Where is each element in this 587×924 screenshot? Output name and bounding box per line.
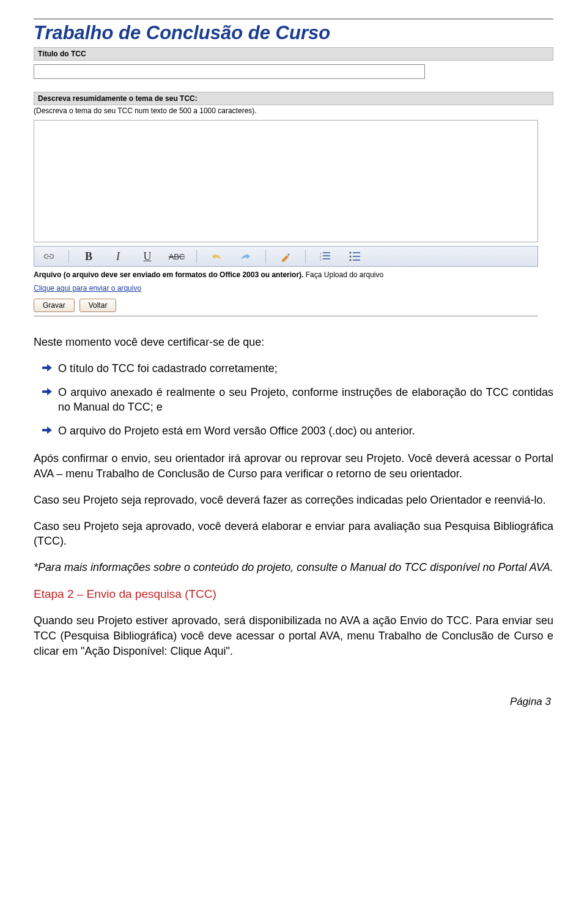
svg-text:3: 3	[320, 258, 322, 261]
intro-paragraph: Neste momento você deve certificar-se de…	[34, 335, 553, 350]
page-number: Página 3	[34, 670, 553, 709]
bold-button[interactable]: B	[74, 250, 103, 263]
descricao-label: Descreva resumidamente o tema de seu TCC…	[34, 92, 553, 105]
arrow-right-icon	[42, 387, 52, 396]
ordered-list-button[interactable]: 123	[311, 251, 340, 261]
list-item-text: O título do TCC foi cadastrado corretame…	[58, 362, 278, 374]
gravar-button[interactable]: Gravar	[34, 299, 75, 312]
arquivo-label: Arquivo (o arquivo deve ser enviado em f…	[34, 267, 553, 281]
link-icon[interactable]	[34, 253, 64, 259]
svg-rect-5	[323, 258, 330, 259]
list-item-text: O arquivo anexado é realmente o seu Proj…	[58, 386, 553, 414]
bullet-list: O título do TCC foi cadastrado corretame…	[34, 361, 553, 439]
strike-button[interactable]: ABC	[162, 252, 191, 261]
titulo-input[interactable]	[34, 64, 425, 79]
svg-point-7	[350, 256, 352, 258]
paragraph: Quando seu Projeto estiver aprovado, ser…	[34, 613, 553, 658]
redo-button[interactable]	[231, 252, 260, 261]
enviar-arquivo-link[interactable]: Clique aqui para enviar o arquivo	[34, 281, 141, 299]
list-item: O arquivo do Projeto está em Word versão…	[34, 423, 553, 439]
arquivo-bold: Arquivo (o arquivo deve ser enviado em f…	[34, 270, 303, 279]
svg-point-8	[350, 259, 352, 261]
svg-rect-3	[323, 252, 330, 253]
svg-rect-10	[353, 256, 360, 257]
svg-rect-11	[353, 259, 360, 261]
svg-rect-4	[323, 255, 330, 256]
arquivo-rest: Faça Upload do arquivo	[303, 270, 383, 279]
svg-point-6	[350, 252, 352, 254]
note-paragraph: *Para mais informações sobre o conteúdo …	[34, 560, 553, 575]
descricao-help: (Descreva o tema do seu TCC num texto de…	[34, 105, 553, 116]
paragraph: Caso seu Projeto seja reprovado, você de…	[34, 493, 553, 508]
body-text: Neste momento você deve certificar-se de…	[34, 335, 553, 709]
underline-button[interactable]: U	[133, 250, 162, 263]
page-title: Trabalho de Conclusão de Curso	[34, 20, 553, 45]
paint-button[interactable]	[271, 251, 300, 262]
form-panel: Trabalho de Conclusão de Curso Título do…	[34, 18, 553, 316]
list-item: O arquivo anexado é realmente o seu Proj…	[34, 385, 553, 415]
toolbar-separator	[196, 250, 197, 263]
italic-button[interactable]: I	[103, 250, 133, 263]
paragraph: Caso seu Projeto seja aprovado, você dev…	[34, 519, 553, 550]
unordered-list-button[interactable]	[340, 251, 369, 261]
divider	[34, 316, 538, 316]
arrow-right-icon	[42, 363, 52, 372]
list-item-text: O arquivo do Projeto está em Word versão…	[58, 425, 415, 437]
voltar-button[interactable]: Voltar	[79, 299, 117, 312]
etapa-heading: Etapa 2 – Envio da pesquisa (TCC)	[34, 586, 553, 602]
svg-rect-9	[353, 252, 360, 253]
arrow-right-icon	[42, 426, 52, 434]
titulo-label: Título do TCC	[34, 47, 553, 61]
list-item: O título do TCC foi cadastrado corretame…	[34, 361, 553, 376]
toolbar-separator	[68, 250, 69, 263]
editor-toolbar: B I U ABC 123	[34, 246, 538, 267]
paragraph: Após confirmar o envio, seu orientador i…	[34, 451, 553, 482]
descricao-textarea[interactable]	[34, 120, 538, 242]
toolbar-separator	[265, 250, 266, 263]
undo-button[interactable]	[202, 252, 231, 261]
toolbar-separator	[305, 250, 306, 263]
